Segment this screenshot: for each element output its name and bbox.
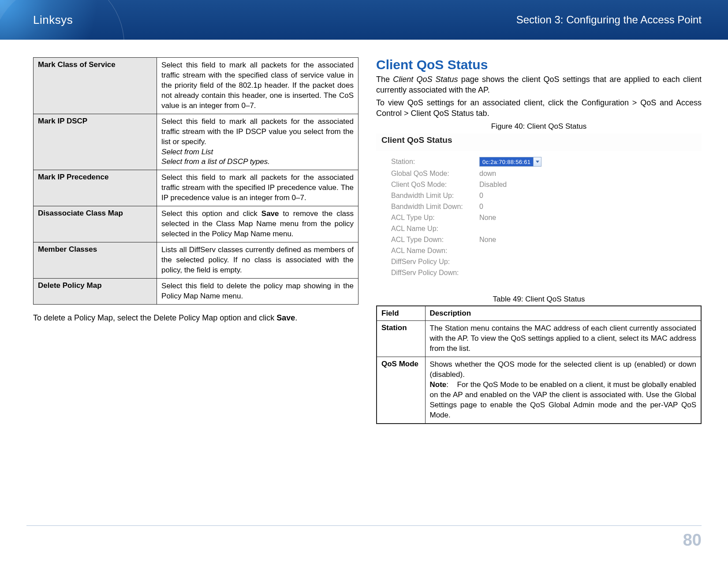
status-row: ACL Type Down:None	[391, 236, 697, 244]
status-label: ACL Name Up:	[391, 225, 479, 233]
status-row: Bandwidth Limit Up:0	[391, 192, 697, 200]
station-dropdown[interactable]: 0c:2a:70:88:56:61	[479, 157, 541, 167]
field-description: Shows whether the QOS mode for the selec…	[425, 357, 701, 424]
table-row: Member ClassesLists all DiffServ classes…	[34, 242, 358, 279]
section-label: Section 3: Configuring the Access Point	[516, 14, 702, 26]
figure-caption: Figure 40: Client QoS Status	[376, 122, 702, 131]
right-column: Client QoS Status The Client QoS Status …	[376, 57, 702, 424]
note-text-pre: To delete a Policy Map, select the Delet…	[33, 313, 276, 322]
table-row: StationThe Station menu contains the MAC…	[377, 321, 701, 357]
status-row: DiffServ Policy Up:	[391, 258, 697, 266]
document-page: Linksys Section 3: Configuring the Acces…	[0, 0, 728, 562]
row-label: Mark IP DSCP	[34, 114, 157, 170]
status-row: Bandwidth Limit Down:0	[391, 203, 697, 211]
status-label: DiffServ Policy Up:	[391, 258, 479, 266]
intro-em: Client QoS Status	[393, 75, 458, 84]
page-number: 80	[683, 531, 702, 550]
brand-label: Linksys	[33, 13, 73, 27]
row-description: Select this field to mark all packets fo…	[157, 58, 358, 114]
page-header: Linksys Section 3: Configuring the Acces…	[0, 0, 728, 40]
table-row: QoS ModeShows whether the QOS mode for t…	[377, 357, 701, 424]
table-header-row: Field Description	[377, 306, 701, 321]
row-description: Lists all DiffServ classes currently def…	[157, 242, 358, 279]
left-column: Mark Class of ServiceSelect this field t…	[33, 57, 358, 424]
status-value: Disabled	[479, 181, 507, 189]
status-label: ACL Type Up:	[391, 214, 479, 222]
status-value: down	[479, 170, 496, 178]
field-label: Station	[377, 321, 425, 357]
row-description: Select this field to delete the policy m…	[157, 278, 358, 304]
status-label: Client QoS Mode:	[391, 181, 479, 189]
screenshot-title: Client QoS Status	[376, 134, 702, 151]
qos-intro-2: To view QoS settings for an associated c…	[376, 97, 702, 119]
screenshot-body: Station: 0c:2a:70:88:56:61 Global QoS Mo…	[376, 151, 702, 285]
status-value: None	[479, 236, 496, 244]
table-row: Mark IP PrecedenceSelect this field to m…	[34, 170, 358, 206]
header-description: Description	[425, 306, 701, 321]
row-label: Member Classes	[34, 242, 157, 279]
status-value: 0	[479, 192, 483, 200]
row-label: Mark Class of Service	[34, 58, 157, 114]
header-field: Field	[377, 306, 425, 321]
status-row: Client QoS Mode:Disabled	[391, 181, 697, 189]
status-row: ACL Name Up:	[391, 225, 697, 233]
chevron-down-icon	[533, 157, 541, 166]
row-description: Select this field to mark all packets fo…	[157, 170, 358, 206]
status-label: DiffServ Policy Down:	[391, 269, 479, 277]
qos-heading: Client QoS Status	[376, 57, 702, 72]
intro-text: The	[376, 75, 393, 84]
table-row: Mark Class of ServiceSelect this field t…	[34, 58, 358, 114]
policy-attributes-table: Mark Class of ServiceSelect this field t…	[33, 57, 358, 305]
status-label: ACL Type Down:	[391, 236, 479, 244]
qos-screenshot: Client QoS Status Station: 0c:2a:70:88:5…	[376, 134, 702, 285]
station-label: Station:	[391, 158, 479, 166]
qos-fields-table: Field Description StationThe Station men…	[376, 305, 702, 424]
status-row: ACL Name Down:	[391, 247, 697, 255]
row-label: Delete Policy Map	[34, 278, 157, 304]
station-row: Station: 0c:2a:70:88:56:61	[391, 157, 697, 167]
station-dropdown-value: 0c:2a:70:88:56:61	[480, 157, 533, 166]
status-value: 0	[479, 203, 483, 211]
row-description: Select this option and click Save to rem…	[157, 206, 358, 242]
delete-policy-note: To delete a Policy Map, select the Delet…	[33, 313, 358, 324]
field-label: QoS Mode	[377, 357, 425, 424]
status-label: Global QoS Mode:	[391, 170, 479, 178]
table-row: Disassociate Class MapSelect this option…	[34, 206, 358, 242]
status-label: Bandwidth Limit Down:	[391, 203, 479, 211]
status-row: DiffServ Policy Down:	[391, 269, 697, 277]
status-label: ACL Name Down:	[391, 247, 479, 255]
status-row: ACL Type Up:None	[391, 214, 697, 222]
status-row: Global QoS Mode:down	[391, 170, 697, 178]
status-label: Bandwidth Limit Up:	[391, 192, 479, 200]
note-text-bold: Save	[276, 313, 295, 322]
row-label: Mark IP Precedence	[34, 170, 157, 206]
content-area: Mark Class of ServiceSelect this field t…	[0, 40, 728, 433]
qos-intro-1: The Client QoS Status page shows the cli…	[376, 74, 702, 96]
table-row: Mark IP DSCPSelect this field to mark al…	[34, 114, 358, 170]
row-label: Disassociate Class Map	[34, 206, 157, 242]
table-row: Delete Policy MapSelect this field to de…	[34, 278, 358, 304]
table-caption: Table 49: Client QoS Status	[376, 295, 702, 304]
row-description: Select this field to mark all packets fo…	[157, 114, 358, 170]
footer-divider	[26, 525, 702, 526]
note-text-post: .	[295, 313, 297, 322]
status-value: None	[479, 214, 496, 222]
field-description: The Station menu contains the MAC addres…	[425, 321, 701, 357]
